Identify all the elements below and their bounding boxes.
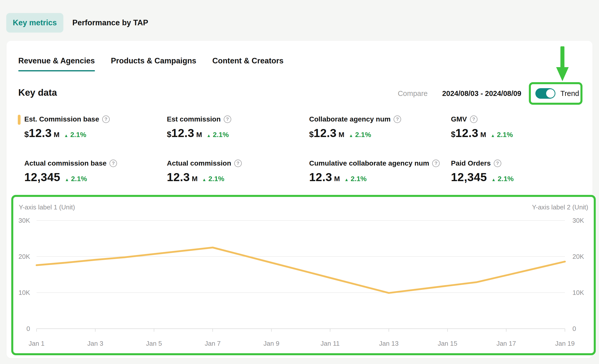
series-line-est-commission-base (37, 248, 565, 293)
help-icon[interactable]: ? (224, 115, 231, 123)
up-arrow-icon: ▲ (65, 177, 69, 182)
compare-label: Compare (398, 89, 428, 98)
annotation-box-trend: Trend (529, 82, 582, 105)
help-icon[interactable]: ? (102, 115, 110, 123)
metric-card: Actual commission ? 12.3 M ▲ 2.1% (167, 159, 242, 184)
tab-products-campaigns[interactable]: Products & Campaigns (111, 56, 196, 70)
help-icon[interactable]: ? (109, 160, 117, 167)
x-tick-label: Jan 9 (264, 340, 280, 347)
metric-card: Est commission ? $ 12.3 M ▲ 2.1% (167, 115, 231, 140)
metric-unit: M (334, 175, 340, 183)
y-tick-left: 10K (19, 289, 30, 296)
metric-currency: $ (24, 130, 29, 139)
metric-label: Cumulative collaborate agency num (309, 159, 429, 167)
tab-content-creators[interactable]: Content & Creators (212, 56, 284, 70)
help-icon[interactable]: ? (470, 115, 477, 123)
metric-currency: $ (309, 130, 314, 139)
trend-toggle[interactable] (535, 88, 555, 99)
metric-delta: 2.1% (497, 131, 513, 139)
up-arrow-icon: ▲ (64, 133, 68, 138)
metric-currency: $ (167, 130, 171, 139)
metric-card: Collaborate agency num ? $ 12.3 M ▲ 2.1% (309, 115, 401, 140)
x-tick-label: Jan 7 (205, 340, 221, 347)
metric-label: Collaborate agency num (309, 115, 391, 123)
metric-unit: M (338, 131, 344, 139)
section-tab-bar: Revenue & Agencies Products & Campaigns … (18, 56, 284, 70)
page-title: Key data (18, 87, 57, 98)
metric-unit: M (480, 131, 486, 139)
metric-delta: 2.1% (213, 131, 229, 139)
x-tick-label: Jan 19 (555, 340, 575, 347)
arrow-shaft-icon (560, 46, 564, 68)
metric-delta: 2.1% (351, 175, 367, 183)
tab-revenue-agencies[interactable]: Revenue & Agencies (18, 56, 95, 70)
metric-label: GMV (451, 115, 467, 123)
toggle-knob-icon (545, 88, 555, 98)
metric-value: 12.3 (455, 126, 478, 140)
metric-value: 12,345 (24, 170, 60, 184)
metric-value: 12.3 (314, 126, 337, 140)
y-tick-right: 10K (572, 289, 584, 296)
metric-label: Est. Commission base (24, 115, 99, 123)
metric-value: 12.3 (29, 126, 52, 140)
metric-card: Actual commission base ? 12,345 ▲ 2.1% (24, 159, 117, 184)
help-icon[interactable]: ? (394, 115, 401, 123)
metric-unit: M (192, 175, 198, 183)
metric-unit: M (196, 131, 202, 139)
x-tick-label: Jan 13 (379, 340, 399, 347)
metric-card: Est. Commission base ? $ 12.3 M ▲ 2.1% (24, 115, 110, 140)
x-tick-label: Jan 17 (497, 340, 516, 347)
metric-delta: 2.1% (355, 131, 371, 139)
metric-unit: M (54, 131, 59, 139)
metric-value: 12,345 (451, 170, 487, 184)
x-tick-label: Jan 11 (321, 340, 340, 347)
metric-label: Paid Orders (451, 159, 491, 167)
up-arrow-icon: ▲ (202, 177, 206, 182)
help-icon[interactable]: ? (432, 160, 440, 167)
metric-delta: 2.1% (70, 131, 86, 139)
metric-label: Est commission (167, 115, 221, 123)
arrow-head-icon (556, 67, 569, 81)
up-arrow-icon: ▲ (492, 177, 496, 182)
up-arrow-icon: ▲ (349, 133, 353, 138)
y-tick-left: 20K (19, 253, 30, 260)
metric-delta: 2.1% (498, 175, 514, 183)
x-tick-label: Jan 15 (438, 340, 457, 347)
metric-value: 12.3 (171, 126, 194, 140)
metric-card: Paid Orders ? 12,345 ▲ 2.1% (451, 159, 514, 184)
tab-key-metrics[interactable]: Key metrics (6, 13, 63, 33)
metric-value: 12.3 (309, 170, 332, 184)
y-tick-right: 30K (572, 217, 584, 224)
chart-controls: Compare 2024/08/03 - 2024/08/09 Trend (398, 82, 582, 105)
date-range-picker[interactable]: 2024/08/03 - 2024/08/09 (442, 89, 521, 98)
up-arrow-icon: ▲ (207, 133, 211, 138)
trend-chart-panel: Y-axis label 1 (Unit) Y-axis label 2 (Un… (11, 195, 596, 355)
metric-value: 12.3 (167, 170, 190, 184)
trend-line-chart: 0010K10K20K20K30K30KJan 1Jan 3Jan 5Jan 7… (13, 197, 594, 353)
metric-label: Actual commission (167, 159, 231, 167)
top-tab-bar: Key metrics Performance by TAP (6, 13, 148, 33)
x-tick-label: Jan 5 (146, 340, 162, 347)
y-tick-left: 0 (27, 325, 30, 332)
tab-performance-by-tap[interactable]: Performance by TAP (72, 13, 148, 33)
y-tick-left: 30K (19, 217, 30, 224)
trend-toggle-label: Trend (560, 89, 579, 98)
x-tick-label: Jan 3 (87, 340, 103, 347)
y-tick-right: 20K (572, 253, 584, 260)
help-icon[interactable]: ? (494, 160, 501, 167)
metric-label: Actual commission base (24, 159, 106, 167)
metric-card: Cumulative collaborate agency num ? 12.3… (309, 159, 440, 184)
series-marker-icon (18, 115, 21, 125)
x-tick-label: Jan 1 (29, 340, 45, 347)
metric-card: GMV ? $ 12.3 M ▲ 2.1% (451, 115, 513, 140)
metric-delta: 2.1% (208, 175, 224, 183)
up-arrow-icon: ▲ (344, 177, 349, 182)
help-icon[interactable]: ? (234, 160, 242, 167)
key-metrics-card: Revenue & Agencies Products & Campaigns … (7, 41, 592, 358)
metric-delta: 2.1% (71, 175, 87, 183)
metric-currency: $ (451, 130, 455, 139)
up-arrow-icon: ▲ (491, 133, 495, 138)
y-tick-right: 0 (572, 325, 576, 332)
